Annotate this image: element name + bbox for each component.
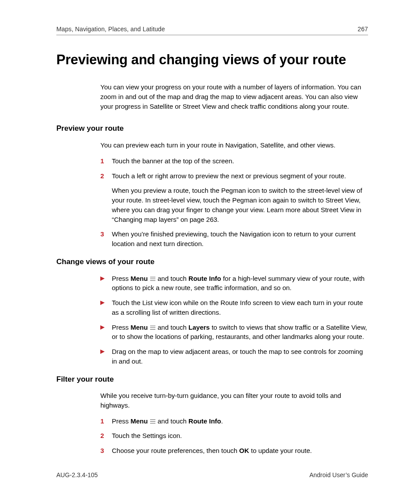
list-item: 1 Touch the banner at the top of the scr… bbox=[100, 156, 368, 166]
step-text: Press Menu and touch Route Info. bbox=[112, 416, 368, 426]
bullet-list: ▶ Press Menu and touch Route Info for a … bbox=[100, 274, 368, 366]
step-number: 3 bbox=[100, 229, 112, 249]
bullet-triangle-icon: ▶ bbox=[100, 347, 112, 366]
bullet-triangle-icon: ▶ bbox=[100, 274, 112, 293]
section-heading-change-views: Change views of your route bbox=[56, 257, 368, 268]
page-title: Previewing and changing views of your ro… bbox=[56, 50, 368, 70]
bullet-text: Touch the List view icon while on the Ro… bbox=[112, 298, 368, 317]
page-number: 267 bbox=[357, 25, 368, 33]
list-item: 2 Touch the Settings icon. bbox=[100, 431, 368, 441]
step-text: When you’re finished previewing, touch t… bbox=[112, 229, 368, 249]
bullet-text: Drag on the map to view adjacent areas, … bbox=[112, 347, 368, 366]
step-number: 2 bbox=[100, 171, 112, 181]
list-item: ▶ Press Menu and touch Route Info for a … bbox=[100, 274, 368, 293]
menu-icon bbox=[150, 276, 155, 281]
list-item: 3 When you’re finished previewing, touch… bbox=[100, 229, 368, 249]
bullet-triangle-icon: ▶ bbox=[100, 323, 112, 342]
menu-icon bbox=[150, 419, 155, 424]
step-number: 1 bbox=[100, 156, 112, 166]
bullet-text: Press Menu and touch Route Info for a hi… bbox=[112, 274, 368, 293]
list-item: ▶ Touch the List view icon while on the … bbox=[100, 298, 368, 317]
list-item: 1 Press Menu and touch Route Info. bbox=[100, 416, 368, 426]
step-text: Touch a left or right arrow to preview t… bbox=[112, 171, 368, 181]
step-number: 1 bbox=[100, 416, 112, 426]
step-text: Choose your route preferences, then touc… bbox=[112, 446, 368, 456]
section-intro: You can preview each turn in your route … bbox=[100, 140, 368, 150]
step-text: Touch the Settings icon. bbox=[112, 431, 368, 441]
ordered-list: 1 Touch the banner at the top of the scr… bbox=[100, 156, 368, 249]
section-heading-filter: Filter your route bbox=[56, 374, 368, 385]
doc-id: AUG-2.3.4-105 bbox=[56, 471, 98, 479]
list-item: ▶ Press Menu and touch Layers to switch … bbox=[100, 323, 368, 342]
list-item: ▶ Drag on the map to view adjacent areas… bbox=[100, 347, 368, 366]
step-number: 2 bbox=[100, 431, 112, 441]
bullet-text: Press Menu and touch Layers to switch to… bbox=[112, 323, 368, 342]
menu-icon bbox=[150, 325, 155, 330]
bullet-triangle-icon: ▶ bbox=[100, 298, 112, 317]
list-item: 2 Touch a left or right arrow to preview… bbox=[100, 171, 368, 181]
section-intro: While you receive turn-by-turn guidance,… bbox=[100, 391, 368, 410]
section-heading-preview: Preview your route bbox=[56, 123, 368, 134]
chapter-title: Maps, Navigation, Places, and Latitude bbox=[56, 25, 165, 33]
ordered-list: 1 Press Menu and touch Route Info. 2 Tou… bbox=[100, 416, 368, 456]
running-header: Maps, Navigation, Places, and Latitude 2… bbox=[56, 25, 368, 35]
intro-paragraph: You can view your progress on your route… bbox=[100, 82, 368, 111]
list-item: 3 Choose your route preferences, then to… bbox=[100, 446, 368, 456]
step-text: Touch the banner at the top of the scree… bbox=[112, 156, 368, 166]
doc-title: Android User’s Guide bbox=[309, 471, 368, 479]
step-continuation: When you preview a route, touch the Pegm… bbox=[112, 186, 368, 224]
running-footer: AUG-2.3.4-105 Android User’s Guide bbox=[56, 471, 368, 479]
step-number: 3 bbox=[100, 446, 112, 456]
